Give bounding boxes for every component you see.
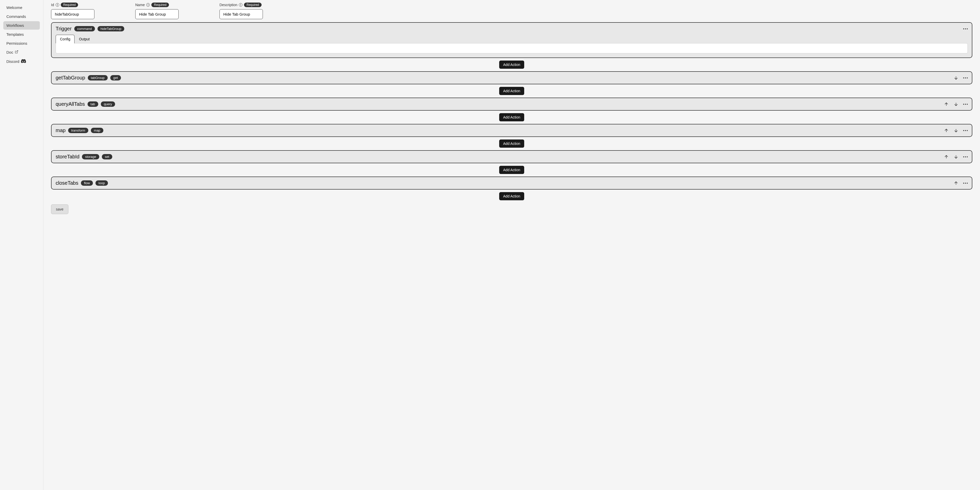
action-card-storetabid: storeTabId storage set	[51, 150, 972, 163]
add-action-button[interactable]: Add Action	[499, 87, 525, 95]
action-controls	[953, 180, 968, 186]
add-action-button[interactable]: Add Action	[499, 139, 525, 148]
add-action-button[interactable]: Add Action	[499, 61, 525, 69]
action-card-map: map transform map	[51, 124, 972, 137]
add-action-row: Add Action	[51, 58, 972, 71]
sidebar-item-discord[interactable]: Discord	[3, 57, 40, 66]
sidebar-item-commands[interactable]: Commands	[3, 12, 40, 21]
more-horizontal-icon	[963, 130, 968, 131]
action-tag: query	[101, 101, 115, 107]
field-label: Id	[51, 3, 54, 7]
action-tag: tabGroup	[88, 75, 108, 80]
tab-config[interactable]: Config	[56, 35, 75, 43]
action-controls	[944, 128, 968, 133]
sidebar: Welcome Commands Workflows Templates Per…	[0, 0, 43, 490]
move-down-button[interactable]	[953, 75, 959, 80]
trigger-card: Trigger command hideTabGroup Config Outp…	[51, 22, 972, 58]
trigger-tabs: Config Output	[52, 35, 972, 43]
add-action-row: Add Action	[51, 137, 972, 150]
action-controls	[944, 154, 968, 160]
action-header[interactable]: storeTabId storage set	[52, 151, 972, 163]
sidebar-item-doc[interactable]: Doc	[3, 48, 40, 56]
more-button[interactable]	[963, 183, 968, 184]
move-down-button[interactable]	[953, 102, 959, 107]
sidebar-item-label: Welcome	[6, 5, 22, 10]
trigger-tab-content	[56, 43, 968, 53]
main-content: Id i Required Name i Required Descriptio…	[43, 0, 980, 490]
sidebar-item-welcome[interactable]: Welcome	[3, 3, 40, 12]
name-input[interactable]	[135, 9, 179, 19]
sidebar-item-label: Templates	[6, 32, 24, 37]
save-button[interactable]: save	[51, 204, 68, 214]
add-action-button[interactable]: Add Action	[499, 166, 525, 174]
required-badge: Required	[61, 3, 78, 7]
add-action-row: Add Action	[51, 84, 972, 97]
field-label: Description	[220, 3, 237, 7]
add-action-button[interactable]: Add Action	[499, 113, 525, 121]
field-label-row: Name i Required	[135, 3, 179, 7]
move-up-button[interactable]	[953, 180, 959, 186]
action-header-left: closeTabs flow loop	[56, 180, 108, 186]
trigger-controls	[963, 28, 968, 29]
action-tag: map	[91, 128, 103, 133]
action-tag: loop	[95, 180, 108, 186]
save-row: save	[51, 204, 972, 214]
action-header[interactable]: closeTabs flow loop	[52, 177, 972, 189]
info-icon[interactable]: i	[146, 3, 150, 6]
sidebar-item-templates[interactable]: Templates	[3, 30, 40, 38]
tab-output[interactable]: Output	[75, 35, 94, 43]
id-input[interactable]	[51, 9, 94, 19]
more-horizontal-icon	[963, 156, 968, 157]
required-badge: Required	[244, 3, 262, 7]
form-row: Id i Required Name i Required Descriptio…	[51, 3, 972, 19]
action-title: storeTabId	[56, 154, 80, 160]
more-button[interactable]	[963, 130, 968, 131]
more-button[interactable]	[963, 77, 968, 78]
description-input[interactable]	[220, 9, 263, 19]
add-action-row: Add Action	[51, 111, 972, 124]
action-tag: get	[110, 75, 121, 80]
action-controls	[944, 102, 968, 107]
action-header[interactable]: map transform map	[52, 124, 972, 136]
more-button[interactable]	[963, 156, 968, 157]
add-action-button[interactable]: Add Action	[499, 192, 525, 200]
sidebar-item-label: Commands	[6, 14, 26, 19]
more-horizontal-icon	[963, 183, 968, 184]
move-up-button[interactable]	[944, 128, 949, 133]
action-card-gettabgroup: getTabGroup tabGroup get	[51, 71, 972, 84]
action-card-closetabs: closeTabs flow loop	[51, 177, 972, 190]
trigger-header[interactable]: Trigger command hideTabGroup	[52, 23, 972, 35]
more-button[interactable]	[963, 104, 968, 105]
action-header-left: queryAllTabs tab query	[56, 101, 115, 107]
action-controls	[953, 75, 968, 80]
action-header-left: map transform map	[56, 128, 103, 133]
sidebar-item-permissions[interactable]: Permissions	[3, 39, 40, 48]
external-link-icon	[15, 50, 18, 54]
trigger-tag: hideTabGroup	[97, 26, 124, 32]
action-tag: flow	[81, 180, 93, 186]
more-button[interactable]	[963, 28, 968, 29]
action-tag: transform	[68, 128, 88, 133]
field-description: Description i Required	[220, 3, 263, 19]
field-label-row: Id i Required	[51, 3, 94, 7]
action-tag: tab	[88, 101, 98, 107]
move-up-button[interactable]	[944, 154, 949, 160]
field-label-row: Description i Required	[220, 3, 263, 7]
action-header[interactable]: queryAllTabs tab query	[52, 98, 972, 110]
field-id: Id i Required	[51, 3, 94, 19]
trigger-header-left: Trigger command hideTabGroup	[56, 26, 124, 32]
move-up-button[interactable]	[944, 102, 949, 107]
more-horizontal-icon	[963, 77, 968, 78]
sidebar-item-workflows[interactable]: Workflows	[3, 21, 40, 30]
action-title: closeTabs	[56, 180, 78, 186]
sidebar-item-label: Discord	[6, 59, 19, 64]
move-down-button[interactable]	[953, 128, 959, 133]
info-icon[interactable]: i	[239, 3, 242, 6]
add-action-row: Add Action	[51, 190, 972, 203]
move-down-button[interactable]	[953, 154, 959, 160]
action-header[interactable]: getTabGroup tabGroup get	[52, 72, 972, 84]
info-icon[interactable]: i	[56, 3, 59, 6]
action-tag: set	[102, 154, 112, 160]
add-action-row: Add Action	[51, 163, 972, 177]
trigger-title: Trigger	[56, 26, 72, 32]
